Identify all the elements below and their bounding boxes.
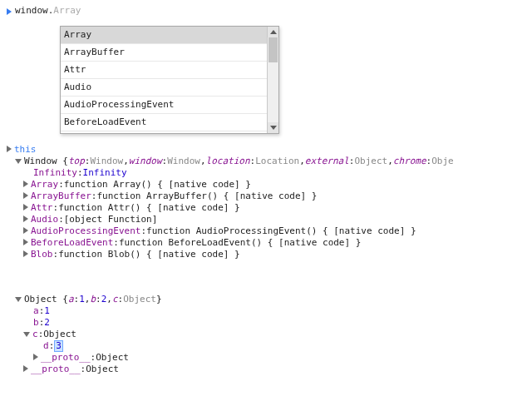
chevron-down-icon[interactable]: [15, 297, 22, 302]
autocomplete-item[interactable]: Array: [61, 27, 278, 44]
window-prop-row[interactable]: ArrayBuffer: function ArrayBuffer() { [n…: [0, 191, 532, 202]
chevron-right-icon[interactable]: [23, 365, 28, 372]
window-prop-row[interactable]: Array: function Array() { [native code] …: [0, 179, 532, 191]
object-summary-line[interactable]: Object { a: 1, b: 2, c: Object }: [0, 294, 532, 305]
object-prop-c-row[interactable]: c: Object: [0, 329, 532, 340]
chevron-right-icon[interactable]: [23, 215, 28, 222]
prompt-chevron-icon: [7, 8, 12, 15]
autocomplete-item[interactable]: Audio: [61, 79, 278, 97]
window-summary-line[interactable]: Window { top: Window, window: Window, lo…: [0, 156, 532, 167]
window-prop-row[interactable]: AudioProcessingEvent: function AudioProc…: [0, 225, 532, 237]
scroll-thumb[interactable]: [268, 37, 278, 62]
autocomplete-item[interactable]: Attr: [61, 62, 278, 79]
input-prefix: window.: [15, 5, 53, 16]
window-prop-infinity: Infinity: Infinity: [0, 167, 532, 179]
window-prop-row[interactable]: BeforeLoadEvent: function BeforeLoadEven…: [0, 237, 532, 249]
scroll-up-icon[interactable]: [268, 27, 278, 37]
chevron-right-icon[interactable]: [23, 192, 28, 199]
window-head: Window {: [24, 156, 68, 167]
window-prop-row[interactable]: Audio: [object Function]: [0, 214, 532, 225]
console-result-this: this: [0, 144, 532, 156]
object-proto-row[interactable]: __proto__: Object: [0, 364, 532, 375]
chevron-right-icon[interactable]: [23, 181, 28, 187]
chevron-right-icon[interactable]: [23, 250, 28, 257]
chevron-right-icon[interactable]: [23, 227, 28, 234]
chevron-right-icon[interactable]: [7, 146, 12, 152]
object-prop-d-row[interactable]: d: 3: [0, 340, 532, 352]
autocomplete-item[interactable]: ArrayBuffer: [61, 44, 278, 62]
autocomplete-item[interactable]: Blob: [61, 131, 278, 133]
window-prop-row[interactable]: Blob: function Blob() { [native code] }: [0, 249, 532, 260]
chevron-right-icon[interactable]: [23, 239, 28, 245]
chevron-down-icon[interactable]: [15, 159, 22, 164]
chevron-down-icon[interactable]: [23, 332, 30, 337]
autocomplete-item[interactable]: BeforeLoadEvent: [61, 114, 278, 131]
chevron-right-icon[interactable]: [23, 204, 28, 210]
autocomplete-item[interactable]: AudioProcessingEvent: [61, 97, 278, 114]
window-prop-row[interactable]: Attr: function Attr() { [native code] }: [0, 202, 532, 214]
scroll-down-icon[interactable]: [268, 122, 278, 133]
autocomplete-scrollbar[interactable]: [267, 27, 278, 133]
object-prop-row: b: 2: [0, 317, 532, 329]
inline-edit-value[interactable]: 3: [54, 340, 63, 352]
this-keyword: this: [14, 144, 37, 156]
input-completion-hint: Array: [53, 5, 81, 16]
autocomplete-popup: Array ArrayBuffer Attr Audio AudioProces…: [60, 26, 279, 134]
object-proto-row[interactable]: __proto__: Object: [0, 352, 532, 364]
console-prompt[interactable]: window.Array: [0, 5, 532, 16]
chevron-right-icon[interactable]: [33, 354, 38, 360]
object-prop-row: a: 1: [0, 305, 532, 317]
